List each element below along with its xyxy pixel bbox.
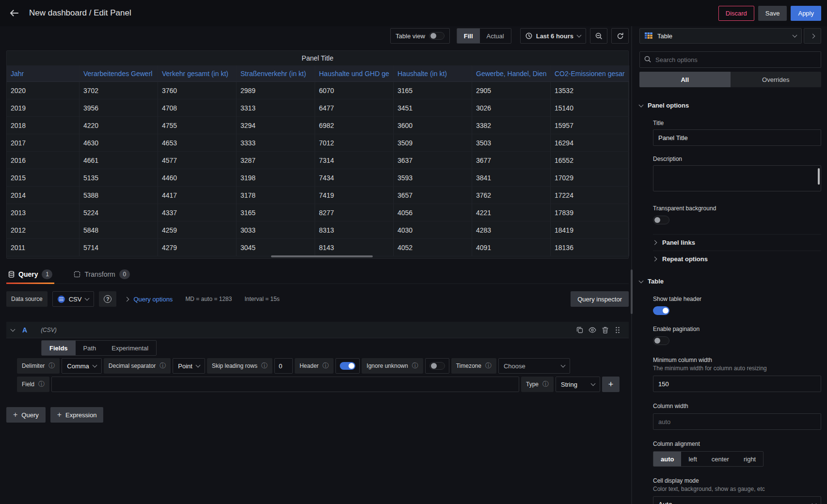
- header-toggle[interactable]: [340, 362, 355, 370]
- alignment-auto[interactable]: auto: [653, 452, 681, 466]
- table-cell: 5224: [80, 204, 158, 221]
- ignore-unknown-toggle[interactable]: [429, 362, 445, 370]
- collapse-options-button[interactable]: [804, 28, 821, 44]
- chevron-down-icon: [639, 278, 644, 283]
- panel-toolbar: Table view Fill Actual Last 6 hours: [6, 28, 629, 44]
- apply-button[interactable]: Apply: [791, 6, 821, 21]
- skip-leading-rows-input[interactable]: [274, 358, 293, 374]
- delete-query-button[interactable]: [599, 324, 611, 336]
- column-header[interactable]: Gewerbe, Handel, Dien: [472, 65, 551, 82]
- repeat-options-section-header[interactable]: Repeat options: [653, 251, 821, 267]
- enable-pagination-toggle[interactable]: [653, 336, 669, 345]
- info-icon[interactable]: ⓘ: [261, 362, 268, 370]
- column-header[interactable]: Verkehr gesamt (in kt): [158, 65, 237, 82]
- csv-datasource-icon: [58, 296, 65, 303]
- column-header[interactable]: Jahr: [7, 65, 80, 82]
- info-icon[interactable]: ⓘ: [48, 362, 55, 370]
- actual-segment[interactable]: Actual: [480, 29, 511, 43]
- table-view-toggle-group: Table view: [390, 28, 450, 44]
- hide-query-button[interactable]: [586, 324, 599, 336]
- table-panel[interactable]: Panel Title JahrVerarbeitendes GewerlVer…: [6, 50, 629, 259]
- discard-button[interactable]: Discard: [718, 6, 754, 21]
- alignment-left[interactable]: left: [681, 452, 704, 466]
- add-expression-button[interactable]: + Expression: [50, 407, 104, 423]
- table-row: 202037023760298960703165290513532: [7, 82, 628, 99]
- table-cell: 3294: [237, 117, 315, 134]
- max-data-points-text: MD = auto = 1283: [185, 296, 232, 302]
- table-cell: 4220: [80, 117, 158, 134]
- delimiter-select[interactable]: Comma: [62, 358, 102, 374]
- tab-all[interactable]: All: [639, 72, 731, 87]
- column-header[interactable]: Straßenverkehr (in kt): [237, 65, 315, 82]
- tab-experimental[interactable]: Experimental: [104, 341, 156, 355]
- chevron-down-icon: [812, 502, 817, 504]
- description-scrollbar[interactable]: [818, 168, 820, 185]
- table-cell: 6477: [315, 99, 394, 117]
- table-cell: 3045: [237, 239, 315, 256]
- info-icon[interactable]: ⓘ: [542, 380, 549, 389]
- fill-segment[interactable]: Fill: [457, 29, 480, 43]
- chevron-down-icon: [85, 296, 90, 301]
- title-field-label: Title: [653, 120, 821, 126]
- tab-fields[interactable]: Fields: [42, 341, 76, 355]
- timezone-select[interactable]: Choose: [498, 358, 570, 374]
- datasource-picker[interactable]: CSV: [52, 291, 95, 307]
- zoom-out-button[interactable]: [590, 28, 607, 44]
- search-options-input[interactable]: [639, 51, 821, 68]
- chevron-down-icon: [793, 33, 797, 38]
- table-section-header[interactable]: Table: [639, 278, 821, 285]
- visualization-picker[interactable]: Table: [639, 28, 802, 44]
- duplicate-query-button[interactable]: [573, 324, 586, 336]
- alignment-center[interactable]: center: [704, 452, 736, 466]
- transparent-background-toggle[interactable]: [653, 216, 669, 224]
- min-column-width-input[interactable]: [653, 376, 821, 392]
- add-query-button[interactable]: + Query: [6, 407, 46, 423]
- query-inspector-button[interactable]: Query inspector: [571, 291, 629, 307]
- table-cell: 4030: [394, 221, 472, 239]
- field-name-input[interactable]: [51, 377, 519, 392]
- save-button[interactable]: Save: [758, 6, 787, 21]
- table-view-toggle[interactable]: [429, 32, 445, 40]
- panel-title-input[interactable]: [653, 129, 821, 146]
- info-icon[interactable]: ⓘ: [322, 362, 329, 370]
- description-field-label: Description: [653, 156, 821, 162]
- table-horizontal-scrollbar[interactable]: [271, 255, 373, 257]
- panel-links-section-header[interactable]: Panel links: [653, 234, 821, 251]
- cell-display-mode-select[interactable]: Auto: [653, 496, 821, 504]
- info-icon[interactable]: ⓘ: [485, 362, 492, 370]
- refresh-button[interactable]: [611, 28, 629, 44]
- column-width-input[interactable]: [653, 413, 821, 430]
- cell-display-mode-label: Cell display mode: [653, 477, 821, 484]
- table-cell: 3287: [237, 152, 315, 169]
- chevron-down-icon: [92, 363, 97, 368]
- tab-transform[interactable]: Transform 0: [72, 267, 131, 282]
- info-icon[interactable]: ⓘ: [38, 380, 45, 389]
- options-pane-scrollbar[interactable]: [631, 269, 633, 314]
- query-editor-header[interactable]: A (CSV): [6, 322, 629, 338]
- decimal-separator-select[interactable]: Point: [173, 358, 205, 374]
- column-header[interactable]: Haushalte und GHD ge: [315, 65, 394, 82]
- panel-description-textarea[interactable]: [653, 165, 821, 191]
- tab-path[interactable]: Path: [76, 341, 104, 355]
- column-header[interactable]: CO2-Emissionen gesar: [551, 65, 629, 82]
- show-table-header-toggle[interactable]: [653, 306, 669, 315]
- column-header[interactable]: Haushalte (in kt): [394, 65, 472, 82]
- panel-options-section-header[interactable]: Panel options: [639, 102, 821, 109]
- type-select[interactable]: String: [556, 377, 600, 392]
- info-icon[interactable]: ⓘ: [159, 362, 166, 370]
- query-options-expander[interactable]: Query options: [125, 296, 173, 303]
- table-row: 201646614577328773143637367716552: [7, 152, 628, 169]
- datasource-help-button[interactable]: ?: [99, 291, 116, 307]
- info-icon[interactable]: ⓘ: [412, 362, 418, 370]
- tab-query[interactable]: Query 1: [6, 267, 54, 282]
- tab-overrides[interactable]: Overrides: [731, 72, 822, 87]
- time-range-picker[interactable]: Last 6 hours: [520, 28, 586, 44]
- tab-query-badge: 1: [42, 269, 52, 279]
- back-button[interactable]: [6, 5, 22, 21]
- add-field-button[interactable]: +: [602, 377, 620, 392]
- table-cell: 3165: [237, 204, 315, 221]
- collapse-query-icon[interactable]: [11, 327, 16, 331]
- alignment-right[interactable]: right: [736, 452, 763, 466]
- column-header[interactable]: Verarbeitendes Gewerl: [80, 65, 158, 82]
- drag-handle-icon[interactable]: [611, 324, 624, 336]
